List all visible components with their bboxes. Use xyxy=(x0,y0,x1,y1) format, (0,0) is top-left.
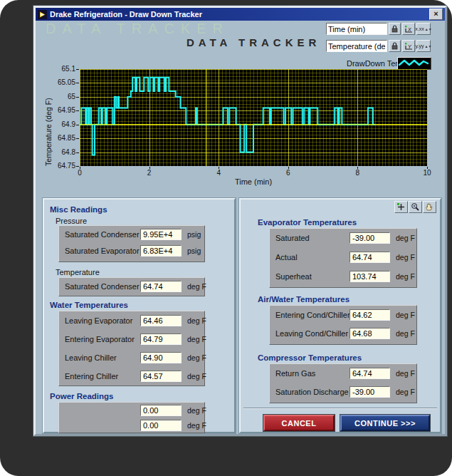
format-y-label: y.yy xyxy=(416,43,424,48)
axis-tick xyxy=(149,167,150,169)
row-label: Leaving Cond/Chiller xyxy=(275,329,348,338)
row-unit: deg F xyxy=(396,272,415,281)
axis-tick xyxy=(76,138,79,139)
row-label: Saturation Discharge xyxy=(275,388,349,396)
client-area: DATA TRACKER DATA TRACKER X xyxy=(36,21,445,434)
axis-tick xyxy=(76,125,79,125)
x-scale-controls: X x.xx ▲▼ xyxy=(326,23,431,35)
section-title-misc: Misc Readings xyxy=(50,205,107,214)
axis-tick-label: 0 xyxy=(70,169,90,177)
table-row: Actual 64.74 deg F xyxy=(270,252,416,264)
value-field[interactable]: -39.00 xyxy=(349,232,390,244)
value-field[interactable]: 64.90 xyxy=(140,352,182,363)
airwater-group: Entering Cond/Chiller 64.62 deg F Leavin… xyxy=(269,305,417,345)
axis-tick xyxy=(76,83,79,83)
autoscale-y-icon[interactable]: Y xyxy=(402,40,415,52)
right-panel: Evaporator Temperatures Saturated -39.00… xyxy=(239,198,441,433)
row-label: Saturated Condenser xyxy=(65,230,140,239)
row-unit: deg F xyxy=(396,311,415,319)
close-icon[interactable]: × xyxy=(429,9,443,20)
value-field[interactable]: 103.74 xyxy=(349,271,390,282)
table-row: 0.00 deg F xyxy=(59,405,204,418)
window-title: Drake Refrigeration - Draw Down Tracker xyxy=(50,8,429,21)
sub-label-temperature: Temperature xyxy=(56,268,100,276)
row-label: Leaving Chiller xyxy=(65,353,117,362)
plot-area[interactable] xyxy=(80,69,427,166)
table-row: Entering Evaporator 64.79 deg F xyxy=(59,333,204,346)
page-title: DATA TRACKER xyxy=(186,36,320,48)
value-field[interactable]: -39.00 xyxy=(349,386,390,398)
axis-tick xyxy=(80,167,80,169)
row-label: Saturated Evaporator xyxy=(65,247,140,255)
axis-tick-label: 4 xyxy=(209,169,228,177)
padlock-glyph xyxy=(391,25,398,33)
value-field[interactable]: 6.83E+4 xyxy=(140,245,182,257)
axis-tick xyxy=(76,152,79,153)
title-bar[interactable]: Drake Refrigeration - Draw Down Tracker … xyxy=(36,8,445,21)
cursor-tool-icon[interactable] xyxy=(394,201,408,213)
axis-tick xyxy=(219,167,219,169)
table-row: Return Gas 64.74 deg F xyxy=(270,368,416,381)
row-label: Leaving Evaporator xyxy=(65,316,132,325)
magnifier-glyph xyxy=(411,202,420,212)
section-title-water: Water Temperatures xyxy=(50,301,128,309)
section-title-power: Power Readings xyxy=(50,392,113,400)
row-unit: deg F xyxy=(396,253,415,262)
axis-tick-label: 65 xyxy=(36,93,75,100)
row-unit: psig xyxy=(187,230,201,239)
value-field[interactable]: 64.46 xyxy=(140,315,182,326)
value-field[interactable]: 64.62 xyxy=(349,309,390,321)
axis-tick xyxy=(427,167,428,169)
axis-tick xyxy=(357,167,358,169)
value-field[interactable]: 64.68 xyxy=(349,328,390,339)
zoom-tool-icon[interactable] xyxy=(409,201,422,213)
value-field[interactable]: 0.00 xyxy=(140,420,182,431)
row-label: Saturated Condenser xyxy=(65,282,140,291)
section-title-compressor: Compressor Temperatures xyxy=(258,353,362,362)
table-row: Superheat 103.74 deg F xyxy=(270,271,416,284)
pan-tool-icon[interactable] xyxy=(423,201,436,213)
value-field[interactable]: 64.74 xyxy=(140,281,182,292)
table-row: Saturated Evaporator 6.83E+4 psig xyxy=(59,245,204,258)
row-unit: psig xyxy=(187,247,201,255)
evaporator-group: Saturated -39.00 deg F Actual 64.74 deg … xyxy=(269,228,417,288)
temperature-group: Saturated Condenser 64.74 deg F xyxy=(58,277,205,296)
legend-swatch[interactable] xyxy=(397,57,431,70)
axis-tick xyxy=(288,167,289,169)
axis-tick-label: 64.85 xyxy=(36,134,75,142)
axis-y-glyph: Y xyxy=(404,42,413,51)
row-unit: deg F xyxy=(187,421,206,430)
x-scale-label-input[interactable] xyxy=(326,23,387,35)
axis-tick-label: 65.1 xyxy=(36,65,75,73)
pressure-group: Saturated Condenser 9.95E+4 psig Saturat… xyxy=(58,225,205,262)
lock-icon[interactable] xyxy=(389,40,401,52)
value-field[interactable]: 64.79 xyxy=(140,333,182,345)
table-row: Saturation Discharge -39.00 deg F xyxy=(270,386,416,399)
axis-tick xyxy=(76,69,79,70)
hand-glyph xyxy=(425,202,434,212)
x-axis-title: Time (min) xyxy=(80,177,427,186)
value-field[interactable]: 64.74 xyxy=(349,368,390,379)
crosshair-glyph xyxy=(396,202,406,212)
value-field[interactable]: 0.00 xyxy=(140,405,182,416)
row-label: Return Gas xyxy=(275,369,315,378)
axis-tick-label: 65.05 xyxy=(36,78,75,86)
autoscale-x-icon[interactable]: X xyxy=(402,23,415,35)
cancel-button[interactable]: CANCEL xyxy=(263,415,335,431)
lock-icon[interactable] xyxy=(389,23,401,35)
y-axis-title: Temperature (deg F) xyxy=(44,69,53,166)
row-unit: deg F xyxy=(187,335,206,343)
continue-button[interactable]: CONTINUE >>> xyxy=(340,415,430,431)
table-row: Saturated Condenser 9.95E+4 psig xyxy=(59,229,204,242)
format-y-icon[interactable]: y.yy ▲▼ xyxy=(416,40,431,52)
value-field[interactable]: 64.57 xyxy=(140,371,182,382)
padlock-glyph xyxy=(391,42,398,50)
table-row: Leaving Evaporator 64.46 deg F xyxy=(59,315,204,328)
spinner-arrows-icon: ▲▼ xyxy=(425,45,432,48)
row-unit: deg F xyxy=(187,353,206,362)
format-x-icon[interactable]: x.xx ▲▼ xyxy=(416,23,431,35)
value-field[interactable]: 64.74 xyxy=(349,252,390,263)
y-scale-label-input[interactable] xyxy=(326,40,387,52)
table-row: Entering Cond/Chiller 64.62 deg F xyxy=(270,309,416,322)
value-field[interactable]: 9.95E+4 xyxy=(140,229,182,240)
